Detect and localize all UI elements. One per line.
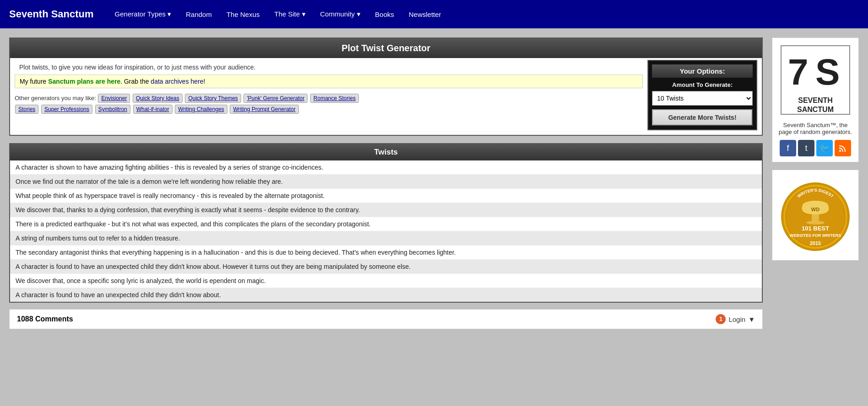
- sidebar: 7 S SEVENTH SANCTUM Seventh Sanctum™, th…: [772, 37, 859, 329]
- twists-title: Twists: [10, 144, 762, 160]
- amount-select[interactable]: 10 Twists 5 Twists 15 Twists 20 Twists: [652, 91, 753, 106]
- nav-random[interactable]: Random: [178, 1, 219, 27]
- twist-row: A string of numbers turns out to refer t…: [10, 231, 762, 246]
- comments-login: 1 Login ▼: [716, 314, 755, 324]
- options-title: Your Options:: [652, 64, 753, 78]
- rss-svg: [838, 144, 847, 153]
- data-link[interactable]: data archives here: [151, 78, 203, 85]
- plans-mid: . Grab the: [120, 78, 151, 85]
- svg-text:WD: WD: [811, 207, 819, 212]
- tag-writing-challenges[interactable]: Writing Challenges: [175, 105, 227, 114]
- others-line: Other generators you may like: Envisione…: [15, 93, 643, 115]
- site-title[interactable]: Seventh Sanctum: [9, 8, 94, 20]
- social-icons: f t 🐦: [778, 140, 853, 156]
- wd-badge-box: WD WRITER'S DIGEST 101 BEST WEBSITES FOR…: [772, 170, 859, 261]
- twists-box: Twists A character is shown to have amaz…: [9, 143, 763, 303]
- svg-text:WEBSITES FOR WRITERS: WEBSITES FOR WRITERS: [790, 233, 841, 238]
- svg-text:SEVENTH: SEVENTH: [798, 96, 833, 104]
- main-wrapper: Plot Twist Generator Plot twists, to giv…: [0, 28, 868, 338]
- facebook-icon[interactable]: f: [780, 140, 796, 156]
- login-label[interactable]: Login: [728, 315, 745, 323]
- svg-text:2015: 2015: [810, 240, 821, 246]
- twist-row: The secondary antagonist thinks that eve…: [10, 246, 762, 260]
- twist-row: We discover that, thanks to a dying conf…: [10, 203, 762, 217]
- sidebar-tagline: Seventh Sanctum™, the page of random gen…: [778, 122, 853, 135]
- login-chevron: ▼: [748, 315, 755, 323]
- comments-bar: 1088 Comments 1 Login ▼: [9, 309, 763, 329]
- options-panel: Your Options: Amount To Generate: 10 Twi…: [647, 60, 757, 130]
- rss-icon[interactable]: [835, 140, 851, 156]
- svg-text:7: 7: [788, 52, 809, 92]
- tag-stories[interactable]: Stories: [15, 105, 38, 114]
- comments-count: 1088 Comments: [17, 315, 73, 323]
- others-label: Other generators you may like:: [15, 95, 96, 102]
- nav-links: Generator Types ▾ Random The Nexus The S…: [108, 1, 449, 27]
- twist-row: Once we find out the narrator of the tal…: [10, 175, 762, 189]
- tag-super-professions[interactable]: Super Professions: [41, 105, 92, 114]
- generator-title: Plot Twist Generator: [10, 38, 762, 58]
- plans-line: My future Sanctum plans are here. Grab t…: [15, 75, 643, 88]
- navbar: Seventh Sanctum Generator Types ▾ Random…: [0, 0, 868, 28]
- svg-point-11: [806, 221, 825, 224]
- generator-box: Plot Twist Generator Plot twists, to giv…: [9, 37, 763, 136]
- nav-books[interactable]: Books: [368, 1, 402, 27]
- generator-left: Plot twists, to give you new ideas for i…: [15, 60, 643, 130]
- tag-envisioner[interactable]: Envisioner: [98, 94, 130, 103]
- writers-digest-badge: WD WRITER'S DIGEST 101 BEST WEBSITES FOR…: [779, 176, 852, 253]
- generator-desc: Plot twists, to give you new ideas for i…: [15, 60, 643, 75]
- tag-symbolitron[interactable]: Symbolitron: [95, 105, 130, 114]
- site-logo-svg: 7 S SEVENTH SANCTUM: [779, 43, 852, 117]
- twitter-icon[interactable]: 🐦: [816, 140, 833, 156]
- generate-button[interactable]: Generate More Twists!: [652, 109, 753, 126]
- tag-what-if-inator[interactable]: What-if-inator: [133, 105, 173, 114]
- options-amount-label: Amount To Generate:: [652, 81, 753, 88]
- nav-generator-types[interactable]: Generator Types ▾: [108, 1, 179, 27]
- svg-text:101 BEST: 101 BEST: [802, 225, 829, 232]
- nav-the-site[interactable]: The Site ▾: [267, 1, 313, 27]
- nav-community[interactable]: Community ▾: [313, 1, 368, 27]
- content-area: Plot Twist Generator Plot twists, to giv…: [9, 37, 763, 329]
- data-end: !: [204, 78, 205, 85]
- svg-text:S: S: [815, 52, 840, 92]
- twist-row: There is a predicted earthquake - but it…: [10, 217, 762, 231]
- tumblr-icon[interactable]: t: [798, 140, 814, 156]
- tag-quick-story-ideas[interactable]: Quick Story Ideas: [133, 94, 183, 103]
- tag-writing-prompt[interactable]: Writing Prompt Generator: [230, 105, 299, 114]
- plans-text: My future: [20, 78, 48, 85]
- svg-text:SANCTUM: SANCTUM: [797, 106, 834, 113]
- twist-row: What people think of as hyperspace trave…: [10, 189, 762, 203]
- tag-romance-stories[interactable]: Romance Stories: [310, 94, 359, 103]
- tag-quick-story-themes[interactable]: Quick Story Themes: [185, 94, 241, 103]
- svg-point-5: [839, 150, 841, 152]
- plans-link[interactable]: Sanctum plans are here: [48, 78, 120, 85]
- tag-punk-genre[interactable]: 'Punk' Genre Generator: [243, 94, 307, 103]
- nav-newsletter[interactable]: Newsletter: [401, 1, 448, 27]
- twist-row: A character is shown to have amazing fig…: [10, 160, 762, 175]
- generator-inner: Plot twists, to give you new ideas for i…: [10, 58, 762, 135]
- logo-svg-wrapper: 7 S SEVENTH SANCTUM: [778, 43, 853, 118]
- nav-nexus[interactable]: The Nexus: [219, 1, 267, 27]
- disqus-icon: 1: [716, 314, 726, 324]
- twist-row: We discover that, once a specific song l…: [10, 274, 762, 288]
- sidebar-logo-box: 7 S SEVENTH SANCTUM Seventh Sanctum™, th…: [772, 37, 859, 162]
- twist-row: A character is found to have an unexpect…: [10, 288, 762, 302]
- twist-row: A character is found to have an unexpect…: [10, 260, 762, 274]
